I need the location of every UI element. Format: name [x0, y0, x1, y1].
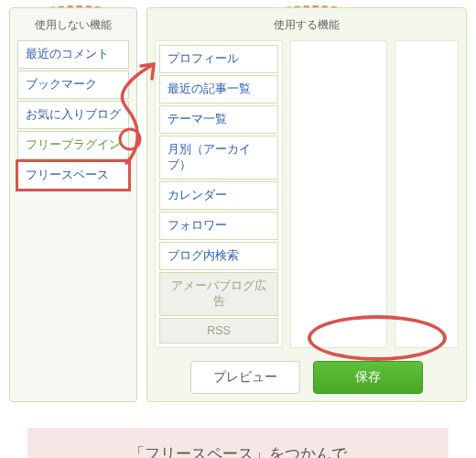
unused-item-list: 最近のコメントブックマークお気に入りブログフリープラグインフリースペース [17, 40, 129, 190]
used-item[interactable]: テーマ一覧 [159, 105, 278, 134]
used-item-list[interactable]: プロフィール最近の記事一覧テーマ一覧月別（アーカイブ）カレンダーフォロワーブログ… [155, 40, 283, 348]
unused-item[interactable]: ブックマーク [17, 71, 129, 99]
used-item[interactable]: アメーバブログ広告 [159, 272, 278, 316]
layout-editor: 使用しない機能 最近のコメントブックマークお気に入りブログフリープラグインフリー… [0, 0, 476, 411]
used-item[interactable]: 月別（アーカイブ） [159, 136, 278, 180]
drop-column-right[interactable] [395, 40, 459, 348]
preview-button[interactable]: プレビュー [190, 361, 300, 394]
drop-column-center[interactable] [290, 40, 387, 348]
unused-item[interactable]: お気に入りブログ [17, 101, 129, 129]
caption-line-1: 「フリースペース」をつかんで [37, 441, 439, 458]
used-item[interactable]: カレンダー [159, 181, 278, 210]
instruction-caption: 「フリースペース」をつかんで 表示させたい場所へ移動させます [27, 428, 449, 458]
unused-item[interactable]: 最近のコメント [17, 40, 129, 69]
used-columns: プロフィール最近の記事一覧テーマ一覧月別（アーカイブ）カレンダーフォロワーブログ… [155, 40, 459, 348]
used-item[interactable]: RSS [159, 318, 278, 344]
action-button-row: プレビュー 保存 [155, 361, 459, 394]
unused-panel-title: 使用しない機能 [17, 16, 129, 40]
used-panel-title: 使用する機能 [155, 16, 459, 40]
unused-item[interactable]: フリースペース [17, 161, 129, 190]
used-features-panel: 使用する機能 プロフィール最近の記事一覧テーマ一覧月別（アーカイブ）カレンダーフ… [146, 7, 467, 402]
panels-row: 使用しない機能 最近のコメントブックマークお気に入りブログフリープラグインフリー… [9, 7, 467, 402]
used-item[interactable]: プロフィール [159, 45, 278, 73]
save-button[interactable]: 保存 [313, 361, 423, 394]
unused-features-panel: 使用しない機能 最近のコメントブックマークお気に入りブログフリープラグインフリー… [9, 7, 137, 402]
used-item[interactable]: フォロワー [159, 212, 278, 240]
used-item[interactable]: ブログ内検索 [159, 242, 278, 270]
used-item[interactable]: 最近の記事一覧 [159, 75, 278, 104]
unused-item[interactable]: フリープラグイン [17, 131, 129, 159]
